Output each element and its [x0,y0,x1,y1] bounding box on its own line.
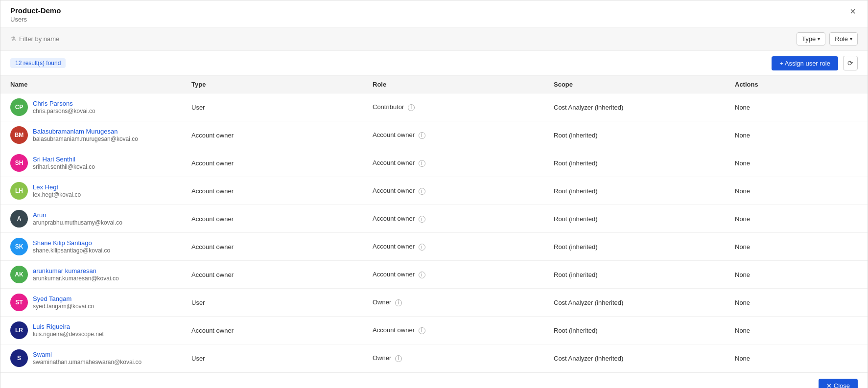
chevron-down-icon: ▾ [818,36,820,42]
user-name-cell: AK arunkumar kumaresan arunkumar.kumares… [0,261,182,289]
refresh-button[interactable]: ⟳ [843,56,858,70]
user-scope-cell: Root (inherited) [544,317,725,344]
col-header-name: Name [0,76,182,93]
col-header-type: Type [182,76,363,93]
user-type-cell: Account owner [182,317,363,344]
table-container: Name Type Role Scope Actions CP Chris Pa… [0,75,868,372]
user-role-cell: Contributor i [363,93,544,121]
user-email: arunkumar.kumaresan@kovai.co [33,275,119,282]
role-info-icon[interactable]: i [419,272,425,278]
user-display-name[interactable]: Balasubramaniam Murugesan [33,128,138,135]
user-scope-cell: Root (inherited) [544,149,725,177]
user-scope-cell: Cost Analyzer (inherited) [544,289,725,317]
user-display-name[interactable]: Syed Tangam [33,295,94,302]
user-scope-cell: Cost Analyzer (inherited) [544,344,725,372]
user-display-name[interactable]: Luis Rigueira [33,323,104,330]
user-name-cell: BM Balasubramaniam Murugesan balasubrama… [0,121,182,149]
table-row: A Arun arunprabhu.muthusamy@kovai.co Acc… [0,205,868,233]
role-info-icon[interactable]: i [395,299,402,306]
user-actions-cell: None [725,344,868,372]
type-dropdown[interactable]: Type ▾ [797,32,825,46]
avatar: LH [10,182,28,200]
user-type-cell: Account owner [182,233,363,261]
filter-input[interactable] [19,35,793,43]
role-info-icon[interactable]: i [419,244,425,251]
table-header-row: Name Type Role Scope Actions [0,76,868,93]
user-email: shane.kilipsantiago@kovai.co [33,247,110,254]
user-email: balasubramaniam.murugesan@kovai.co [33,136,138,142]
user-display-name[interactable]: Chris Parsons [33,100,95,107]
user-scope-cell: Root (inherited) [544,177,725,205]
user-display-name[interactable]: Lex Hegt [33,183,81,191]
user-email: srihari.senthil@kovai.co [33,163,95,170]
user-scope-cell: Root (inherited) [544,205,725,233]
role-info-icon[interactable]: i [419,216,425,223]
modal-header: Product-Demo Users × [0,0,868,27]
modal-footer: ✕ Close [0,372,868,388]
role-info-icon[interactable]: i [419,327,425,334]
user-actions-cell: None [725,317,868,344]
role-info-icon[interactable]: i [395,355,402,362]
assign-user-role-button[interactable]: + Assign user role [772,56,838,70]
user-role-cell: Account owner i [363,317,544,344]
user-role-cell: Account owner i [363,177,544,205]
user-type-cell: Account owner [182,121,363,149]
user-name-cell: SK Shane Kilip Santiago shane.kilipsanti… [0,233,182,261]
user-role-cell: Account owner i [363,205,544,233]
user-scope-cell: Root (inherited) [544,121,725,149]
user-name-cell: LR Luis Rigueira luis.rigueira@devscope.… [0,317,182,344]
avatar: BM [10,126,28,144]
user-actions-cell: None [725,93,868,121]
user-display-name[interactable]: Swami [33,351,141,358]
user-role-cell: Account owner i [363,233,544,261]
filter-bar: ⚗ Type ▾ Role ▾ [0,27,868,51]
table-row: AK arunkumar kumaresan arunkumar.kumares… [0,261,868,289]
user-type-cell: Account owner [182,261,363,289]
user-email: lex.hegt@kovai.co [33,191,81,198]
user-email: chris.parsons@kovai.co [33,108,95,114]
close-footer-button[interactable]: ✕ Close [819,379,858,388]
user-name-cell: ST Syed Tangam syed.tangam@kovai.co [0,289,182,317]
user-name-cell: A Arun arunprabhu.muthusamy@kovai.co [0,205,182,233]
user-type-cell: User [182,289,363,317]
modal-subtitle: Users [10,16,61,23]
role-info-icon[interactable]: i [408,104,415,111]
user-actions-cell: None [725,261,868,289]
user-display-name[interactable]: arunkumar kumaresan [33,267,119,274]
toolbar: 12 result(s) found + Assign user role ⟳ [0,51,868,75]
toolbar-right: + Assign user role ⟳ [772,56,858,70]
user-scope-cell: Root (inherited) [544,261,725,289]
role-info-icon[interactable]: i [419,132,425,139]
table-row: LH Lex Hegt lex.hegt@kovai.co Account ow… [0,177,868,205]
user-email: swaminathan.umamaheswaran@kovai.co [33,359,141,365]
user-type-cell: Account owner [182,205,363,233]
user-actions-cell: None [725,233,868,261]
user-display-name[interactable]: Shane Kilip Santiago [33,239,110,247]
col-header-actions: Actions [725,76,868,93]
user-scope-cell: Cost Analyzer (inherited) [544,93,725,121]
results-badge: 12 result(s) found [10,58,66,68]
modal-close-button[interactable]: × [848,6,858,16]
user-type-cell: User [182,93,363,121]
user-actions-cell: None [725,149,868,177]
avatar: ST [10,294,28,311]
avatar: SH [10,154,28,172]
user-display-name[interactable]: Arun [33,211,122,219]
table-row: SH Sri Hari Senthil srihari.senthil@kova… [0,149,868,177]
user-email: syed.tangam@kovai.co [33,303,94,310]
user-type-cell: Account owner [182,149,363,177]
user-role-cell: Owner i [363,289,544,317]
role-dropdown[interactable]: Role ▾ [829,32,858,46]
role-info-icon[interactable]: i [419,160,425,167]
avatar: S [10,349,28,367]
user-name-cell: SH Sri Hari Senthil srihari.senthil@kova… [0,149,182,177]
modal-title: Product-Demo [10,6,61,15]
user-display-name[interactable]: Sri Hari Senthil [33,156,95,163]
user-name-cell: S Swami swaminathan.umamaheswaran@kovai.… [0,344,182,372]
role-info-icon[interactable]: i [419,188,425,195]
user-actions-cell: None [725,177,868,205]
user-role-cell: Account owner i [363,149,544,177]
modal-title-block: Product-Demo Users [10,6,61,23]
user-scope-cell: Root (inherited) [544,233,725,261]
avatar: SK [10,238,28,255]
